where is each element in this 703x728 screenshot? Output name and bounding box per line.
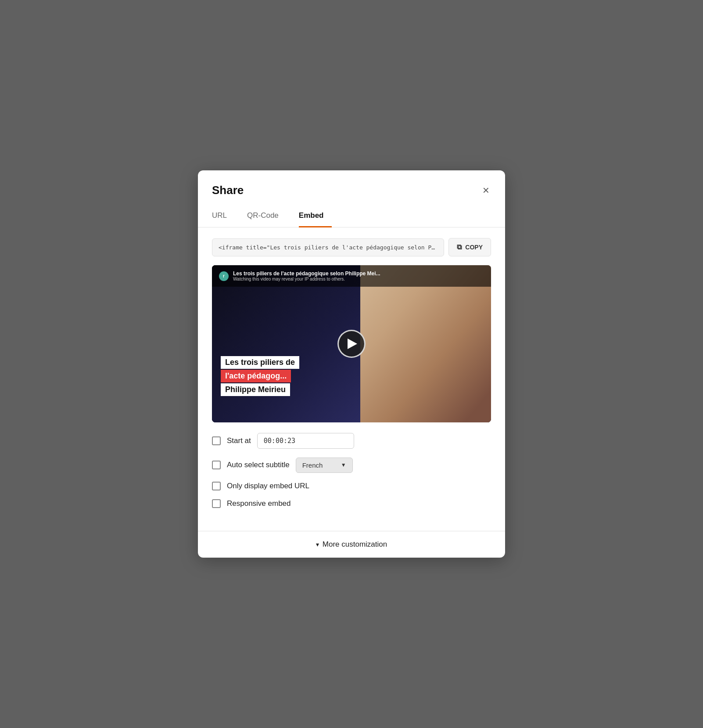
video-person-silhouette bbox=[360, 265, 491, 422]
start-at-row: Start at bbox=[212, 433, 491, 449]
embed-code-input[interactable]: <iframe title="Les trois piliers de l'ac… bbox=[212, 238, 444, 256]
modal-overlay: Share × URL QR-Code Embed <iframe title=… bbox=[0, 0, 703, 728]
responsive-embed-checkbox[interactable] bbox=[212, 499, 221, 508]
subtitle-value: French bbox=[302, 461, 323, 469]
auto-subtitle-row: Auto select subtitle French ▼ bbox=[212, 458, 491, 473]
start-at-input[interactable] bbox=[257, 433, 354, 449]
only-embed-url-label: Only display embed URL bbox=[227, 482, 309, 490]
subtitle-dropdown[interactable]: French ▼ bbox=[296, 458, 353, 473]
copy-label: COPY bbox=[465, 244, 483, 251]
video-title-bar: r Les trois piliers de l'acte pédagogiqu… bbox=[212, 265, 491, 287]
tabs-bar: URL QR-Code Embed bbox=[198, 198, 505, 227]
modal-footer: ▾ More customization bbox=[198, 531, 505, 558]
more-customization-button[interactable]: ▾ More customization bbox=[316, 540, 387, 549]
responsive-embed-row: Responsive embed bbox=[212, 499, 491, 508]
tab-qr-code[interactable]: QR-Code bbox=[247, 207, 287, 227]
copy-icon: ⧉ bbox=[457, 243, 462, 251]
video-text-line2: l'acte pédagog... bbox=[221, 370, 291, 382]
modal-title: Share bbox=[212, 184, 244, 197]
options-section: Start at Auto select subtitle French ▼ O… bbox=[212, 433, 491, 508]
chevron-down-icon: ▾ bbox=[316, 541, 319, 548]
tab-url[interactable]: URL bbox=[212, 207, 235, 227]
video-background: Les trois piliers de l'acte pédagog... P… bbox=[212, 265, 491, 422]
video-preview[interactable]: Les trois piliers de l'acte pédagog... P… bbox=[212, 265, 491, 422]
only-embed-url-row: Only display embed URL bbox=[212, 482, 491, 490]
tab-embed[interactable]: Embed bbox=[299, 207, 332, 227]
video-overlay-text: Les trois piliers de l'acte pédagog... P… bbox=[221, 356, 360, 396]
copy-button[interactable]: ⧉ COPY bbox=[448, 238, 491, 256]
embed-code-row: <iframe title="Les trois piliers de l'ac… bbox=[212, 238, 491, 256]
auto-subtitle-checkbox[interactable] bbox=[212, 461, 221, 469]
auto-subtitle-label: Auto select subtitle bbox=[227, 461, 290, 469]
close-button[interactable]: × bbox=[481, 183, 491, 198]
modal-header: Share × bbox=[198, 170, 505, 198]
play-button[interactable] bbox=[337, 330, 366, 358]
video-text-line3: Philippe Meirieu bbox=[221, 383, 290, 396]
video-right-panel bbox=[360, 265, 491, 422]
modal-body: <iframe title="Les trois piliers de l'ac… bbox=[198, 227, 505, 531]
video-text-line1: Les trois piliers de bbox=[221, 356, 299, 369]
more-customization-label: More customization bbox=[323, 540, 387, 549]
only-embed-url-checkbox[interactable] bbox=[212, 482, 221, 490]
dropdown-arrow-icon: ▼ bbox=[341, 462, 346, 468]
start-at-label: Start at bbox=[227, 436, 251, 445]
play-icon bbox=[348, 339, 357, 349]
video-title-text: Les trois piliers de l'acte pédagogique … bbox=[233, 270, 484, 281]
start-at-checkbox[interactable] bbox=[212, 436, 221, 445]
share-modal: Share × URL QR-Code Embed <iframe title=… bbox=[198, 170, 505, 558]
video-title-main: Les trois piliers de l'acte pédagogique … bbox=[233, 270, 484, 277]
video-avatar: r bbox=[219, 271, 229, 281]
responsive-embed-label: Responsive embed bbox=[227, 499, 291, 508]
video-title-subtitle: Watching this video may reveal your IP a… bbox=[233, 277, 484, 281]
